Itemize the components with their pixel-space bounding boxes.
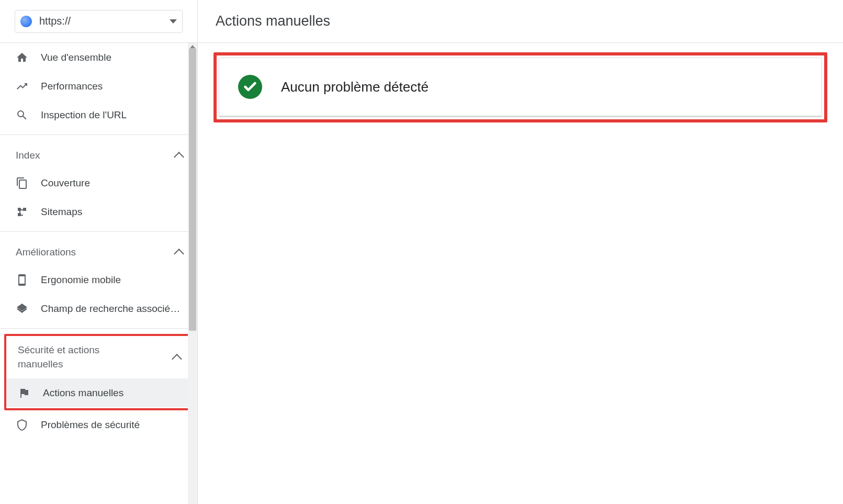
sidebar-item-overview[interactable]: Vue d'ensemble — [0, 43, 197, 72]
sidebar-item-security-issues[interactable]: Problèmes de sécurité — [0, 410, 197, 439]
chevron-up-icon — [175, 249, 182, 255]
section-title: Index — [16, 150, 40, 161]
sidebar-item-performance[interactable]: Performances — [0, 72, 197, 100]
property-selector[interactable]: https:// — [0, 0, 197, 43]
scrollbar[interactable] — [188, 43, 197, 504]
sitemap-icon — [16, 206, 28, 218]
sidebar-item-label: Champ de recherche associé… — [41, 303, 180, 315]
status-card: Aucun problème détecté — [219, 58, 822, 117]
divider — [0, 328, 197, 329]
sidebar-item-label: Vue d'ensemble — [41, 52, 111, 63]
flag-icon — [18, 387, 30, 399]
main-body: Aucun problème détecté — [198, 43, 843, 132]
caret-down-icon — [170, 19, 177, 24]
sidebar-item-searchbox[interactable]: Champ de recherche associé… — [0, 294, 197, 323]
property-selector-field[interactable]: https:// — [15, 10, 183, 33]
sidebar-item-label: Couverture — [41, 177, 90, 189]
divider — [0, 231, 197, 232]
divider — [0, 135, 197, 135]
chevron-up-icon — [175, 152, 182, 159]
globe-icon — [20, 16, 32, 27]
highlight-security-section: Sécurité et actions manuelles Actions ma… — [4, 334, 193, 410]
page-title: Actions manuelles — [216, 13, 330, 29]
property-url: https:// — [39, 15, 162, 27]
sidebar-item-label: Problèmes de sécurité — [41, 419, 140, 431]
layers-icon — [16, 303, 28, 315]
check-circle-icon — [238, 75, 262, 99]
sidebar-item-url-inspection[interactable]: Inspection de l'URL — [0, 100, 197, 129]
section-title: Sécurité et actions manuelles — [18, 343, 122, 371]
sidebar: https:// Vue d'ensemble Performances Ins… — [0, 0, 198, 504]
section-header-index[interactable]: Index — [0, 140, 197, 169]
sidebar-item-mobile[interactable]: Ergonomie mobile — [0, 265, 197, 294]
section-title: Améliorations — [16, 247, 76, 258]
shield-icon — [16, 419, 28, 431]
scrollbar-thumb[interactable] — [189, 48, 196, 331]
sidebar-item-label: Actions manuelles — [43, 387, 123, 399]
sidebar-item-label: Performances — [41, 81, 103, 92]
sidebar-item-coverage[interactable]: Couverture — [0, 169, 197, 197]
section-header-enhancements[interactable]: Améliorations — [0, 237, 197, 265]
main-header: Actions manuelles — [198, 0, 843, 43]
sidebar-nav: Vue d'ensemble Performances Inspection d… — [0, 43, 197, 504]
section-header-security[interactable]: Sécurité et actions manuelles — [6, 336, 191, 378]
sidebar-item-label: Sitemaps — [41, 206, 82, 218]
phone-icon — [16, 274, 28, 286]
sidebar-item-label: Inspection de l'URL — [41, 109, 127, 121]
copy-icon — [16, 177, 28, 189]
search-icon — [16, 109, 28, 121]
main-content: Actions manuelles Aucun problème détecté — [198, 0, 843, 504]
sidebar-item-manual-actions[interactable]: Actions manuelles — [6, 378, 191, 407]
sidebar-item-label: Ergonomie mobile — [41, 274, 121, 286]
chevron-up-icon — [173, 354, 179, 361]
highlight-status-card: Aucun problème détecté — [213, 52, 827, 122]
home-icon — [16, 51, 28, 64]
sidebar-item-sitemaps[interactable]: Sitemaps — [0, 197, 197, 226]
trend-icon — [16, 80, 28, 93]
status-message: Aucun problème détecté — [281, 79, 429, 95]
